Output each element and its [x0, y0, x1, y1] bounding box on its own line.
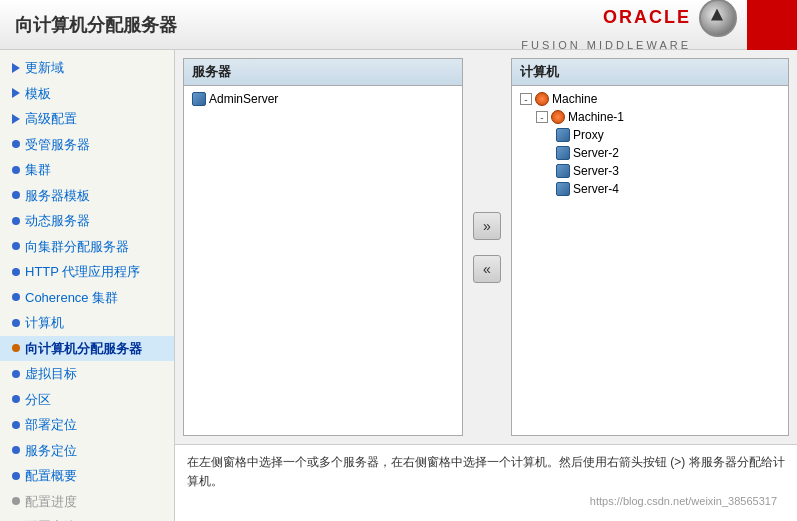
bottom-message-text: 在左侧窗格中选择一个或多个服务器，在右侧窗格中选择一个计算机。然后使用右箭头按钮… — [187, 455, 785, 488]
sidebar-item-machine[interactable]: 计算机 — [0, 310, 174, 336]
tree-item-proxy[interactable]: Proxy — [516, 126, 784, 144]
machine-label-1: Machine-1 — [568, 110, 624, 124]
panels-row: 服务器 AdminServer » « 计算机 — [175, 50, 797, 444]
expand-icon[interactable]: - — [536, 111, 548, 123]
sidebar-link-cluster[interactable]: 集群 — [25, 160, 51, 180]
triangle-icon — [12, 63, 20, 73]
sidebar-link-config-progress[interactable]: 配置进度 — [25, 492, 77, 512]
bullet-icon — [12, 217, 20, 225]
sidebar-link-config-done[interactable]: 配置完毕 — [25, 517, 77, 521]
content-area: 服务器 AdminServer » « 计算机 — [175, 50, 797, 521]
sidebar-item-partition[interactable]: 分区 — [0, 387, 174, 413]
bullet-icon — [12, 140, 20, 148]
main-container: 更新域 模板 高级配置 受管服务器 集群 服务器模板 动态服务器 向集群分配服 — [0, 50, 797, 521]
server-panel-body: AdminServer — [184, 86, 462, 435]
sidebar-item-assign-machine[interactable]: 向计算机分配服务器 — [0, 336, 174, 362]
server-label-4: Server-4 — [573, 182, 619, 196]
bullet-icon — [12, 191, 20, 199]
expand-icon[interactable]: - — [520, 93, 532, 105]
machine-panel-body: - Machine - Machine-1 Proxy — [512, 86, 788, 435]
machine-label-root: Machine — [552, 92, 597, 106]
sidebar-link-machine[interactable]: 计算机 — [25, 313, 64, 333]
sidebar-link-partition[interactable]: 分区 — [25, 390, 51, 410]
sidebar-link-managed-server[interactable]: 受管服务器 — [25, 135, 90, 155]
sidebar-item-deploy-location[interactable]: 部署定位 — [0, 412, 174, 438]
sidebar-link-coherence[interactable]: Coherence 集群 — [25, 288, 118, 308]
sidebar-item-managed-server[interactable]: 受管服务器 — [0, 132, 174, 158]
server-icon — [556, 128, 570, 142]
page-title: 向计算机分配服务器 — [15, 13, 177, 37]
bullet-icon — [12, 370, 20, 378]
server-label-adminserver: AdminServer — [209, 92, 278, 106]
triangle-icon — [12, 88, 20, 98]
machine-icon — [551, 110, 565, 124]
sidebar-link-service-location[interactable]: 服务定位 — [25, 441, 77, 461]
bullet-icon — [12, 395, 20, 403]
sidebar-link-virtual-target[interactable]: 虚拟目标 — [25, 364, 77, 384]
header-red-block — [747, 0, 797, 50]
server-label-proxy: Proxy — [573, 128, 604, 142]
tree-item-server-2[interactable]: Server-2 — [516, 144, 784, 162]
server-panel: 服务器 AdminServer — [183, 58, 463, 436]
sidebar-item-assign-cluster[interactable]: 向集群分配服务器 — [0, 234, 174, 260]
sidebar-item-cluster[interactable]: 集群 — [0, 157, 174, 183]
sidebar-link-assign-machine[interactable]: 向计算机分配服务器 — [25, 339, 142, 359]
server-icon — [556, 182, 570, 196]
sidebar-item-template[interactable]: 模板 — [0, 81, 174, 107]
fusion-text: FUSION MIDDLEWARE — [521, 39, 691, 51]
sidebar-item-service-location[interactable]: 服务定位 — [0, 438, 174, 464]
watermark-text: https://blog.csdn.net/weixin_38565317 — [187, 491, 785, 513]
tree-item-machine-1[interactable]: - Machine-1 — [516, 108, 784, 126]
sidebar: 更新域 模板 高级配置 受管服务器 集群 服务器模板 动态服务器 向集群分配服 — [0, 50, 175, 521]
machine-icon — [535, 92, 549, 106]
arrow-column: » « — [471, 50, 503, 444]
sidebar-item-config-progress[interactable]: 配置进度 — [0, 489, 174, 515]
bullet-active-icon — [12, 344, 20, 352]
sidebar-link-config-summary[interactable]: 配置概要 — [25, 466, 77, 486]
bullet-icon — [12, 446, 20, 454]
server-icon — [556, 164, 570, 178]
tree-item-server-4[interactable]: Server-4 — [516, 180, 784, 198]
bullet-icon — [12, 268, 20, 276]
server-icon — [192, 92, 206, 106]
machine-panel-header: 计算机 — [512, 59, 788, 86]
sidebar-link-assign-cluster[interactable]: 向集群分配服务器 — [25, 237, 129, 257]
server-item-adminserver[interactable]: AdminServer — [188, 90, 458, 108]
oracle-icon — [699, 0, 737, 37]
sidebar-link-advanced[interactable]: 高级配置 — [25, 109, 77, 129]
sidebar-link-dynamic-server[interactable]: 动态服务器 — [25, 211, 90, 231]
sidebar-item-server-template[interactable]: 服务器模板 — [0, 183, 174, 209]
bullet-icon — [12, 319, 20, 327]
sidebar-item-update-domain[interactable]: 更新域 — [0, 55, 174, 81]
oracle-top: ORACLE — [603, 0, 737, 37]
sidebar-item-config-summary[interactable]: 配置概要 — [0, 463, 174, 489]
server-label-2: Server-2 — [573, 146, 619, 160]
sidebar-item-dynamic-server[interactable]: 动态服务器 — [0, 208, 174, 234]
sidebar-item-coherence[interactable]: Coherence 集群 — [0, 285, 174, 311]
unassign-button[interactable]: « — [473, 255, 501, 283]
tree-item-machine-root[interactable]: - Machine — [516, 90, 784, 108]
machine-panel: 计算机 - Machine - Machine-1 — [511, 58, 789, 436]
sidebar-link-server-template[interactable]: 服务器模板 — [25, 186, 90, 206]
sidebar-item-advanced[interactable]: 高级配置 — [0, 106, 174, 132]
bullet-icon — [12, 421, 20, 429]
assign-button[interactable]: » — [473, 212, 501, 240]
bullet-icon — [12, 166, 20, 174]
sidebar-link-http-proxy[interactable]: HTTP 代理应用程序 — [25, 262, 140, 282]
sidebar-link-update-domain[interactable]: 更新域 — [25, 58, 64, 78]
oracle-logo: ORACLE FUSION MIDDLEWARE — [521, 0, 737, 51]
bullet-icon — [12, 293, 20, 301]
header: 向计算机分配服务器 ORACLE FUSION MIDDLEWARE — [0, 0, 797, 50]
sidebar-item-virtual-target[interactable]: 虚拟目标 — [0, 361, 174, 387]
sidebar-link-template[interactable]: 模板 — [25, 84, 51, 104]
bullet-icon — [12, 242, 20, 250]
sidebar-item-http-proxy[interactable]: HTTP 代理应用程序 — [0, 259, 174, 285]
sidebar-item-config-done[interactable]: 配置完毕 — [0, 514, 174, 521]
sidebar-link-deploy-location[interactable]: 部署定位 — [25, 415, 77, 435]
server-panel-header: 服务器 — [184, 59, 462, 86]
oracle-text: ORACLE — [603, 7, 691, 28]
server-label-3: Server-3 — [573, 164, 619, 178]
bottom-message: 在左侧窗格中选择一个或多个服务器，在右侧窗格中选择一个计算机。然后使用右箭头按钮… — [175, 444, 797, 521]
tree-item-server-3[interactable]: Server-3 — [516, 162, 784, 180]
server-icon — [556, 146, 570, 160]
